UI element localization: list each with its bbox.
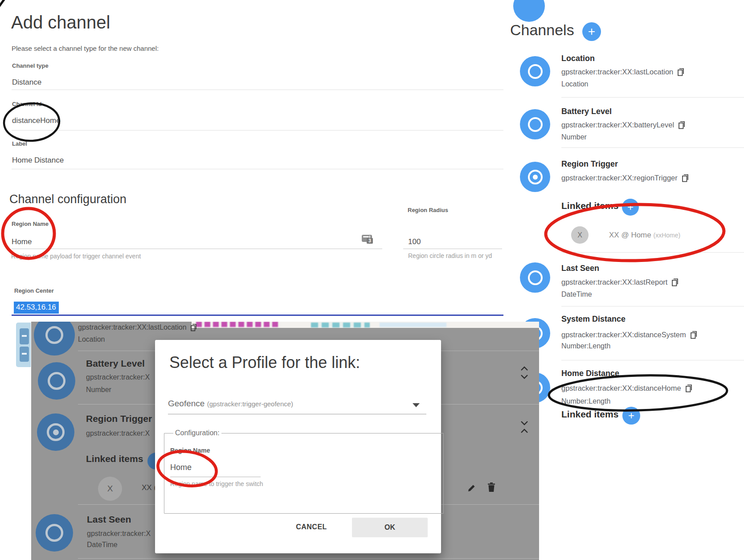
divider (12, 169, 503, 169)
dialog-region-name-input[interactable]: Home (170, 463, 192, 472)
channel-icon-trigger (520, 162, 550, 192)
dropdown-caret-icon[interactable] (413, 403, 420, 407)
copy-icon[interactable] (690, 331, 697, 339)
channel-id-row: gpstracker:tracker:XX:batteryLevel (561, 121, 685, 129)
copy-icon[interactable] (677, 68, 684, 76)
linked-items-label: Linked items (561, 409, 618, 420)
region-center-label: Region Center (14, 287, 54, 294)
channel-icon (520, 56, 550, 86)
linked-item-text: XX ( (142, 483, 156, 492)
channel-id-row: gpstracker:tracker:XX:regionTrigger (561, 174, 689, 182)
scrolled-fab-icon[interactable] (513, 0, 545, 22)
formfill-icon[interactable]: 3 (362, 235, 372, 242)
linked-item-avatar: X (571, 226, 589, 244)
channel-title: Region Trigger (561, 159, 618, 169)
add-linked-item-button[interactable]: + (622, 407, 640, 425)
dialog-title: Select a Profile for the link: (169, 353, 360, 372)
channel-title: System Distance (561, 315, 625, 324)
channel-icon-trigger-dim (37, 413, 74, 451)
channels-title: Channels (510, 21, 574, 39)
add-channel-button[interactable]: + (582, 22, 601, 41)
channel-type: Location (561, 80, 589, 88)
page-title: Add channel (11, 12, 110, 33)
channel-title: Region Trigger (86, 413, 152, 424)
copy-icon[interactable] (685, 384, 692, 392)
formfill-badge: 3 (367, 238, 373, 244)
divider (561, 97, 744, 98)
map-text-fragment (196, 322, 281, 327)
section-title: Channel configuration (9, 192, 127, 206)
channel-uid: gpstracker:tracker:XX:distanceHome (561, 384, 681, 392)
channel-type: Number (86, 386, 111, 394)
move-up-icon[interactable] (520, 366, 528, 371)
channel-id-row: gpstracker:tracker:XX:lastLocation (561, 68, 684, 76)
profile-dialog: Select a Profile for the link: Geofence … (155, 340, 441, 553)
channel-id-row-dim: gpstracker:tracker:XX:lastLocation (78, 323, 197, 331)
linked-item-suffix: (xxHome) (653, 232, 680, 239)
channel-uid: gpstracker:tracker:X (86, 373, 150, 381)
map-control[interactable] (16, 323, 31, 367)
region-radius-underline (403, 249, 502, 249)
region-name-helper: Region name payload for trigger channel … (11, 253, 141, 260)
dialog-region-name-helper: Region name to trigger the switch (170, 480, 263, 487)
channel-type: Location (78, 335, 105, 343)
linked-items-label: Linked items (86, 454, 143, 464)
copy-icon[interactable] (190, 324, 197, 331)
region-radius-helper: Region circle radius in m or yd (408, 252, 492, 259)
copy-icon[interactable] (678, 121, 685, 129)
configuration-legend: Configuration: (173, 429, 221, 437)
linked-item-avatar: X (98, 477, 122, 501)
channel-type-value[interactable]: Distance (12, 78, 41, 87)
divider (561, 147, 744, 148)
move-down-icon[interactable] (520, 421, 528, 425)
channel-uid: gpstracker:tracker:X (87, 530, 151, 538)
label-field-label: Label (12, 140, 27, 147)
channel-icon (520, 262, 550, 293)
linked-items-label: Linked items (561, 200, 618, 211)
configuration-fieldset: Configuration: Region Name Home Region n… (164, 429, 444, 514)
channel-uid: gpstracker:tracker:XX:regionTrigger (561, 174, 678, 182)
dialog-input-underline (170, 477, 261, 477)
channel-id-input[interactable]: distanceHome (12, 116, 61, 125)
channel-icon-dim (38, 362, 75, 400)
channel-title: Home Distance (561, 369, 619, 378)
channel-type: Number:Length (561, 342, 610, 350)
region-center-input[interactable]: 42.53,16.16 (14, 302, 59, 314)
label-field-input[interactable]: Home Distance (12, 156, 64, 165)
linked-item[interactable]: XX @ Home (xxHome) (609, 231, 680, 240)
region-radius-label: Region Radius (408, 207, 448, 213)
channel-id-row: gpstracker:tracker:XX:lastReport (561, 278, 679, 286)
region-radius-input[interactable]: 100 (408, 237, 421, 246)
divider (78, 558, 539, 559)
channel-uid: gpstracker:tracker:XX:batteryLevel (561, 121, 674, 129)
ok-button[interactable]: OK (352, 518, 428, 537)
move-down-icon[interactable] (520, 374, 528, 379)
channel-icon (520, 109, 550, 139)
divider (12, 90, 503, 90)
profile-select[interactable]: Geofence (gpstracker:trigger-geofence) (168, 399, 293, 409)
region-name-label: Region Name (12, 221, 49, 227)
channel-icon-dim (36, 514, 73, 552)
map-fragment (311, 323, 370, 327)
pen-mark (0, 0, 5, 7)
form-subtitle: Please select a channel type for the new… (12, 45, 159, 52)
divider (561, 306, 744, 307)
channel-uid: gpstracker:tracker:X (86, 429, 150, 437)
divider (561, 360, 744, 360)
edit-pencil-icon[interactable] (467, 483, 477, 493)
region-name-input[interactable]: Home (12, 237, 32, 246)
move-up-icon[interactable] (520, 429, 528, 433)
cancel-button[interactable]: CANCEL (287, 518, 336, 536)
channel-icon-dim (34, 322, 75, 356)
trash-icon[interactable] (486, 482, 496, 493)
channel-uid: gpstracker:tracker:XX:distanceSystem (561, 331, 686, 339)
copy-icon[interactable] (682, 174, 689, 182)
channel-title: Last Seen (561, 264, 599, 273)
channel-uid: gpstracker:tracker:XX:lastLocation (561, 68, 673, 76)
map-fragment (380, 323, 446, 327)
profile-select-detail: (gpstracker:trigger-geofence) (207, 400, 293, 408)
channel-type: DateTime (87, 541, 118, 549)
copy-icon[interactable] (671, 278, 679, 286)
region-center-focus-underline (12, 315, 503, 316)
add-linked-item-button[interactable]: + (622, 199, 639, 216)
